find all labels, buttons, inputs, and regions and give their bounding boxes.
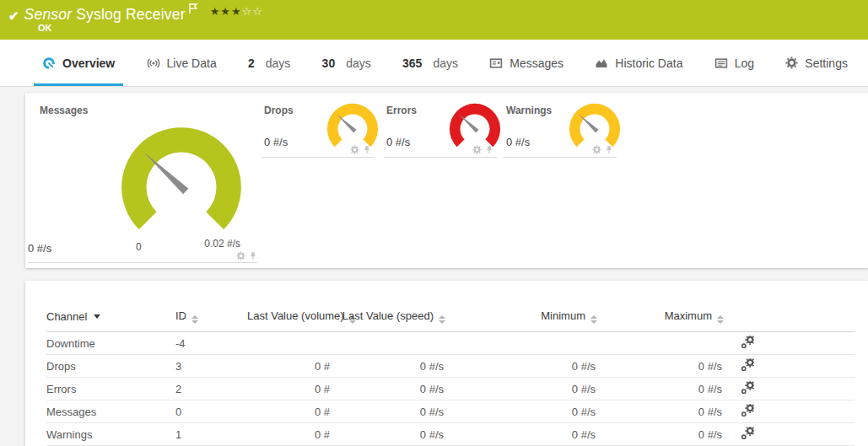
last-value-volume: 0 #	[247, 400, 332, 423]
channel-name: Downtime	[46, 332, 175, 355]
sort-icon	[191, 315, 198, 324]
tab-number: 30	[322, 56, 336, 70]
gauge-current-value: 0 #/s	[386, 136, 410, 148]
minimum-value: 0 #/s	[445, 355, 597, 378]
column-header-last-value-speed[interactable]: Last Value (speed)	[332, 304, 445, 332]
column-label: Last Value (volume)	[247, 309, 344, 322]
pin-icon[interactable]	[605, 145, 613, 154]
tab-label: Overview	[62, 56, 115, 70]
tab-overview[interactable]: Overview	[34, 40, 123, 86]
tab-settings[interactable]: Settings	[777, 40, 856, 86]
column-header-minimum[interactable]: Minimum	[445, 304, 597, 332]
gauges-panel: Messages 0 0.02 #/s 0 #/s Drops 0 #/s	[25, 93, 868, 268]
gear-icon[interactable]	[472, 145, 482, 154]
pin-icon[interactable]	[363, 145, 371, 154]
chart-icon	[595, 56, 608, 70]
gear-icon	[785, 56, 798, 69]
table-header-row: Channel ID Last Value (volume) Last Valu…	[46, 304, 855, 332]
minimum-value	[445, 332, 597, 355]
messages-gauge[interactable]	[113, 119, 250, 255]
gauge-tools	[472, 145, 493, 154]
channels-table: Channel ID Last Value (volume) Last Valu…	[46, 304, 855, 446]
divider	[504, 157, 617, 158]
channel-id: 0	[175, 400, 247, 423]
table-row-warnings: Warnings 1 0 # 0 #/s 0 #/s 0 #/s	[46, 423, 855, 446]
tab-number: 365	[402, 56, 422, 70]
tab-log[interactable]: Log	[706, 40, 763, 86]
gear-icon[interactable]	[236, 251, 245, 261]
column-label: Minimum	[541, 309, 585, 322]
gauge-current-value: 0 #/s	[28, 242, 51, 255]
maximum-value: 0 #/s	[597, 378, 724, 400]
last-value-volume	[247, 332, 332, 355]
gear-icon[interactable]	[350, 145, 359, 154]
gauge-block-messages[interactable]: Messages 0 0.02 #/s 0 #/s	[25, 93, 259, 263]
pin-icon[interactable]	[485, 145, 493, 154]
table-row-errors: Errors 2 0 # 0 #/s 0 #/s 0 #/s	[46, 378, 855, 400]
tab-30-days[interactable]: 30 days	[314, 40, 380, 86]
divider	[28, 262, 257, 263]
last-value-speed: 0 #/s	[332, 355, 445, 378]
gauge-block-errors[interactable]: Errors 0 #/s	[384, 93, 497, 158]
flag-icon[interactable]	[188, 3, 198, 18]
edit-channel-icon[interactable]	[741, 358, 754, 372]
object-type-label: Sensor	[24, 6, 73, 23]
sort-desc-icon	[94, 314, 100, 319]
column-label: Last Value (speed)	[342, 309, 434, 322]
channel-name: Messages	[46, 400, 175, 423]
minimum-value: 0 #/s	[445, 378, 597, 400]
column-header-maximum[interactable]: Maximum	[597, 304, 724, 332]
last-value-speed: 0 #/s	[332, 378, 445, 400]
gauge-tools	[592, 145, 613, 154]
tab-label: Live Data	[167, 56, 217, 70]
last-value-speed: 0 #/s	[332, 400, 445, 423]
last-value-speed: 0 #/s	[332, 423, 445, 446]
gauge-title: Errors	[386, 105, 417, 116]
sensor-header: ✔ SensorSyslog Receiver ★★★☆☆ OK	[0, 0, 868, 40]
pin-icon[interactable]	[249, 251, 257, 261]
gauge-tools	[236, 251, 257, 261]
stars-empty: ☆☆	[242, 5, 263, 18]
gauge-block-drops[interactable]: Drops 0 #/s	[261, 93, 375, 158]
maximum-value	[597, 332, 724, 355]
edit-channel-icon[interactable]	[741, 336, 754, 349]
sensor-name: Syslog Receiver	[76, 6, 185, 23]
maximum-value: 0 #/s	[597, 400, 724, 423]
divider	[384, 157, 497, 158]
minimum-value: 0 #/s	[445, 400, 597, 423]
gear-icon[interactable]	[592, 145, 601, 154]
gauge-title: Drops	[264, 105, 294, 116]
tab-messages[interactable]: Messages	[481, 40, 572, 86]
tab-historic-data[interactable]: Historic Data	[586, 40, 691, 86]
column-header-edit	[724, 304, 855, 332]
column-header-channel[interactable]: Channel	[46, 304, 175, 332]
table-row-messages: Messages 0 0 # 0 #/s 0 #/s 0 #/s	[46, 400, 855, 423]
edit-channel-icon[interactable]	[741, 404, 754, 417]
messages-icon	[489, 56, 503, 70]
divider	[261, 157, 375, 158]
sort-icon	[717, 315, 724, 324]
gauge-tools	[350, 145, 371, 154]
tab-live-data[interactable]: Live Data	[138, 40, 225, 86]
edit-channel-icon[interactable]	[741, 381, 754, 395]
gauge-arc	[569, 104, 620, 147]
gauge-icon	[42, 56, 56, 70]
priority-stars[interactable]: ★★★☆☆	[210, 5, 263, 18]
broadcast-icon	[147, 56, 160, 70]
tab-label: Settings	[805, 56, 848, 70]
channel-name: Warnings	[46, 423, 175, 446]
gauge-title: Warnings	[506, 105, 552, 116]
status-ok-check-icon: ✔	[8, 8, 19, 24]
tab-365-days[interactable]: 365 days	[394, 40, 466, 86]
column-header-last-value-volume[interactable]: Last Value (volume)	[247, 304, 332, 332]
tab-2-days[interactable]: 2 days	[240, 40, 299, 86]
edit-channel-icon[interactable]	[741, 427, 754, 440]
column-header-id[interactable]: ID	[175, 304, 247, 332]
channel-name: Errors	[46, 378, 175, 400]
gauge-min-label: 0	[136, 241, 142, 253]
gauge-current-value: 0 #/s	[264, 136, 288, 148]
gauge-block-warnings[interactable]: Warnings 0 #/s	[504, 93, 617, 158]
maximum-value: 0 #/s	[597, 355, 724, 378]
gauge-arc	[450, 104, 500, 147]
tab-label: days	[433, 56, 458, 70]
